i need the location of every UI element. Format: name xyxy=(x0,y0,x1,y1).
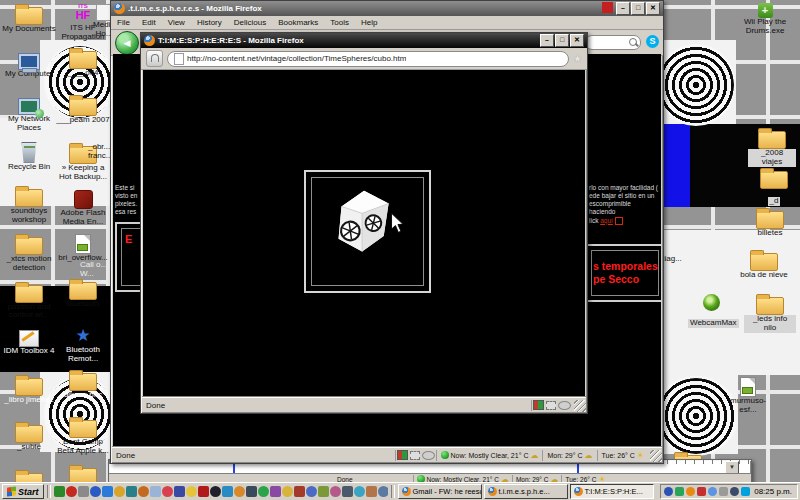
quicklaunch-icon[interactable] xyxy=(66,486,77,497)
desktop-icon[interactable]: ___peam 2007 xyxy=(56,98,110,141)
quicklaunch-icon[interactable] xyxy=(162,486,173,497)
quicklaunch-icon[interactable] xyxy=(330,486,341,497)
quicklaunch-icon[interactable] xyxy=(54,486,65,497)
back-button[interactable]: ◀ xyxy=(115,31,139,55)
cube-image-frame[interactable] xyxy=(304,170,431,293)
tray-icon[interactable] xyxy=(675,487,684,496)
quicklaunch-icon[interactable] xyxy=(126,486,137,497)
desktop-icon[interactable]: My Documents xyxy=(2,7,56,50)
quicklaunch-icon[interactable] xyxy=(246,486,257,497)
cube-graphic[interactable] xyxy=(312,178,423,283)
menu-item[interactable]: File xyxy=(111,18,136,27)
tray-icon[interactable] xyxy=(664,487,673,496)
desktop-icon[interactable]: My Network Places xyxy=(2,98,56,141)
weather-tuesday[interactable]: Tue: 26° C ☀ xyxy=(597,450,648,461)
taskbar-task-gmail[interactable]: Gmail - FW: he reesc... xyxy=(398,484,482,499)
desktop-icon[interactable]: _libro jimenez xyxy=(2,378,56,421)
desktop-icon-leds-info-nilo[interactable]: _leds info nilo xyxy=(744,292,796,334)
tray-icon[interactable] xyxy=(730,487,739,496)
bookmark-star-icon[interactable]: ★ xyxy=(573,53,582,64)
tray-icon[interactable] xyxy=(708,487,717,496)
statusbar-frame-icon[interactable] xyxy=(546,401,556,410)
quicklaunch-icon[interactable] xyxy=(258,486,269,497)
desktop-icon[interactable]: My Computer xyxy=(2,53,56,96)
desktop-icon[interactable]: Adobe Flash Media En... xyxy=(56,190,110,233)
menu-item[interactable]: Edit xyxy=(136,18,162,27)
menu-item[interactable]: Bookmarks xyxy=(272,18,324,27)
close-button[interactable]: ✕ xyxy=(570,34,584,47)
resize-grip[interactable] xyxy=(574,400,586,412)
quicklaunch-icon[interactable] xyxy=(234,486,245,497)
image-frame-right[interactable]: s temporales pe Secco xyxy=(585,244,661,302)
desktop-icon[interactable]: soundtoys workshop xyxy=(2,189,56,232)
desktop-icon[interactable]: IDM Toolbox 4 xyxy=(2,330,56,373)
desktop-icon[interactable]: Recycle Bin xyxy=(2,142,56,185)
quicklaunch-icon[interactable] xyxy=(102,486,113,497)
desktop-icon[interactable]: Boot Camp Beta Apple k... xyxy=(56,420,110,463)
menu-item[interactable]: Help xyxy=(355,18,383,27)
quicklaunch-icon[interactable] xyxy=(342,486,353,497)
desktop-icon-bola-de-nieve[interactable]: bola de nieve xyxy=(736,248,792,280)
menu-item[interactable]: Tools xyxy=(324,18,355,27)
desktop-icon-billetes[interactable]: billetes xyxy=(746,206,794,238)
quicklaunch-icon[interactable] xyxy=(174,486,185,497)
link-aqui[interactable]: aquí xyxy=(600,217,613,224)
url-input[interactable]: http://no-content.net/vintage/collection… xyxy=(167,51,569,67)
menu-item[interactable]: View xyxy=(162,18,191,27)
quicklaunch-icon[interactable] xyxy=(354,486,365,497)
start-button[interactable]: Start xyxy=(2,484,44,499)
maximize-button[interactable]: □ xyxy=(631,2,645,15)
close-button[interactable]: ✕ xyxy=(646,2,660,15)
taskbar-clock[interactable]: 08:25 p.m. xyxy=(752,487,794,496)
desktop-icon-murmuso[interactable]: murmuso-esf... xyxy=(722,376,774,415)
desktop-icon-wii-play[interactable]: + Wii Play the Drums.exe xyxy=(737,1,793,36)
desktop-icon-2008-viajes[interactable]: _2008 viajes xyxy=(748,126,796,168)
firefox-window-timespheres-front[interactable]: T:I:M:E:S:P:H:E:R:E:S - Mozilla Firefox … xyxy=(140,32,588,414)
taskbar-task-timespheres-back[interactable]: t.i.m.e.s.p.h.e... xyxy=(484,484,568,499)
quicklaunch-icon[interactable] xyxy=(90,486,101,497)
desktop-icon-d[interactable]: _d xyxy=(756,166,792,207)
taskbar-task-timespheres-front[interactable]: T:I:M:E:S:P:H:E... xyxy=(570,484,654,499)
statusbar-oval-icon[interactable] xyxy=(558,401,571,410)
quicklaunch-icon[interactable] xyxy=(78,486,89,497)
tray-icon[interactable] xyxy=(741,487,750,496)
statusbar-mixed-content-icon[interactable] xyxy=(397,450,408,460)
quicklaunch-icon[interactable] xyxy=(186,486,197,497)
quicklaunch-icon[interactable] xyxy=(114,486,125,497)
desktop-icon-webcammax[interactable]: WebcamMax xyxy=(688,292,734,329)
search-input[interactable] xyxy=(585,35,641,50)
quicklaunch-icon[interactable] xyxy=(306,486,317,497)
statusbar-mixed-content-icon[interactable] xyxy=(533,400,544,410)
menu-item[interactable]: Delicious xyxy=(228,18,272,27)
statusbar-oval-icon[interactable] xyxy=(422,451,435,460)
desktop-icon[interactable]: aikaos bftc xyxy=(56,373,110,416)
maximize-button[interactable]: □ xyxy=(555,34,569,47)
quicklaunch-icon[interactable] xyxy=(378,486,388,497)
quicklaunch-icon[interactable] xyxy=(270,486,281,497)
desktop-icon[interactable]: Bluetooth Remot... xyxy=(56,325,110,368)
quicklaunch-icon[interactable] xyxy=(198,486,209,497)
desktop-icon[interactable]: ____od4 xyxy=(56,51,110,94)
titlebar[interactable]: T:I:M:E:S:P:H:E:R:E:S - Mozilla Firefox … xyxy=(141,33,587,48)
menu-item[interactable]: History xyxy=(191,18,228,27)
tag-icon[interactable] xyxy=(146,50,163,67)
quicklaunch-icon[interactable] xyxy=(282,486,293,497)
resize-grip[interactable] xyxy=(650,450,662,462)
weather-monday[interactable]: Mon: 29° C ☁ xyxy=(542,450,596,461)
desktop-icon[interactable]: _xtcs motion detection xyxy=(2,237,56,280)
quicklaunch-icon[interactable] xyxy=(210,486,221,497)
weather-now[interactable]: Now: Mostly Clear, 21° C ☁ xyxy=(436,450,543,461)
quicklaunch-icon[interactable] xyxy=(150,486,161,497)
minimize-button[interactable]: – xyxy=(540,34,554,47)
minimize-button[interactable]: – xyxy=(616,2,630,15)
titlebar[interactable]: .t.i.m.e.s.p.h.e.r.e.s - Mozilla Firefox… xyxy=(111,1,663,16)
desktop-icon[interactable]: _subte xyxy=(2,425,56,468)
desktop-icon[interactable]: position and control wi... xyxy=(2,285,56,328)
statusbar-frame-icon[interactable] xyxy=(410,451,420,460)
quicklaunch-icon[interactable] xyxy=(138,486,149,497)
desktop-icon[interactable]: bluetooth xyxy=(56,282,110,325)
quicklaunch-icon[interactable] xyxy=(366,486,377,497)
quicklaunch-icon[interactable] xyxy=(318,486,329,497)
tray-icon[interactable] xyxy=(719,487,728,496)
skype-icon[interactable]: S xyxy=(646,35,659,48)
